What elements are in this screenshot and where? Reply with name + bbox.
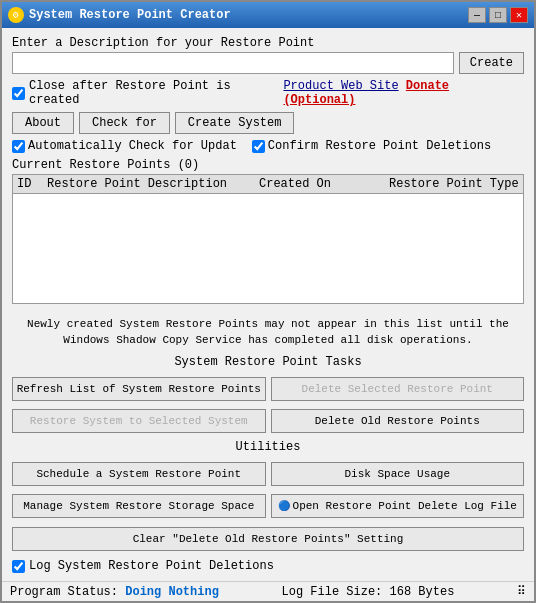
status-value: Doing Nothing xyxy=(125,585,219,599)
create-system-button[interactable]: Create System xyxy=(175,112,295,134)
restore-system-button[interactable]: Restore System to Selected System xyxy=(12,409,266,433)
restore-points-section: Current Restore Points (0) ID Restore Po… xyxy=(12,158,524,312)
title-controls: — □ ✕ xyxy=(468,7,528,23)
restore-points-label: Current Restore Points (0) xyxy=(12,158,524,172)
status-section: Program Status: Doing Nothing xyxy=(10,585,219,599)
log-icon: 🔵 xyxy=(278,500,290,512)
status-label: Program Status: xyxy=(10,585,118,599)
status-bar: Program Status: Doing Nothing Log File S… xyxy=(2,581,534,601)
title-bar: ⚙ System Restore Point Creator — □ ✕ xyxy=(2,2,534,28)
col-header-type: Restore Point Type xyxy=(389,177,519,191)
manage-storage-button[interactable]: Manage System Restore Storage Space xyxy=(12,494,266,518)
open-log-label: Open Restore Point Delete Log File xyxy=(293,500,517,512)
app-icon: ⚙ xyxy=(8,7,24,23)
description-section: Enter a Description for your Restore Poi… xyxy=(12,36,524,74)
disk-space-button[interactable]: Disk Space Usage xyxy=(271,462,525,486)
close-button[interactable]: ✕ xyxy=(510,7,528,23)
refresh-button[interactable]: Refresh List of System Restore Points xyxy=(12,377,266,401)
utilities-label: Utilities xyxy=(12,440,524,454)
open-log-button[interactable]: 🔵 Open Restore Point Delete Log File xyxy=(271,494,525,518)
log-size-value: 168 Bytes xyxy=(390,585,455,599)
tasks-row-2: Restore System to Selected System Delete… xyxy=(12,409,524,433)
tasks-label: System Restore Point Tasks xyxy=(12,355,524,369)
description-input[interactable] xyxy=(12,52,454,74)
utilities-row-2: Manage System Restore Storage Space 🔵 Op… xyxy=(12,494,524,518)
utilities-row-1: Schedule a System Restore Point Disk Spa… xyxy=(12,462,524,486)
note-text: Newly created System Restore Points may … xyxy=(12,317,524,348)
check-for-button[interactable]: Check for xyxy=(79,112,170,134)
links-group: Product Web Site Donate (Optional) xyxy=(283,79,524,107)
close-after-row: Close after Restore Point is created Pro… xyxy=(12,79,524,107)
col-header-desc: Restore Point Description xyxy=(47,177,259,191)
auto-check-item: Automatically Check for Updat xyxy=(12,139,237,153)
delete-old-button[interactable]: Delete Old Restore Points xyxy=(271,409,525,433)
main-window: ⚙ System Restore Point Creator — □ ✕ Ent… xyxy=(0,0,536,603)
schedule-button[interactable]: Schedule a System Restore Point xyxy=(12,462,266,486)
description-label: Enter a Description for your Restore Poi… xyxy=(12,36,524,50)
log-checkbox[interactable] xyxy=(12,560,25,573)
clear-button[interactable]: Clear "Delete Old Restore Points" Settin… xyxy=(12,527,524,551)
log-size-label: Log File Size: xyxy=(282,585,383,599)
auto-check-checkbox[interactable] xyxy=(12,140,25,153)
close-after-label: Close after Restore Point is created xyxy=(29,79,283,107)
maximize-button[interactable]: □ xyxy=(489,7,507,23)
confirm-delete-item: Confirm Restore Point Deletions xyxy=(252,139,491,153)
col-header-created: Created On xyxy=(259,177,389,191)
close-after-checkbox-row: Close after Restore Point is created xyxy=(12,79,283,107)
col-header-id: ID xyxy=(17,177,47,191)
restore-table: ID Restore Point Description Created On … xyxy=(12,174,524,304)
title-bar-left: ⚙ System Restore Point Creator xyxy=(8,7,231,23)
log-checkbox-label: Log System Restore Point Deletions xyxy=(29,559,274,573)
confirm-delete-label: Confirm Restore Point Deletions xyxy=(268,139,491,153)
about-buttons-row: About Check for Create System xyxy=(12,112,524,134)
tasks-row-1: Refresh List of System Restore Points De… xyxy=(12,377,524,401)
resize-grip-icon: ⠿ xyxy=(517,584,526,599)
main-content: Enter a Description for your Restore Poi… xyxy=(2,28,534,581)
log-size-section: Log File Size: 168 Bytes xyxy=(282,585,455,599)
close-after-checkbox[interactable] xyxy=(12,87,25,100)
table-body xyxy=(13,194,523,298)
create-button[interactable]: Create xyxy=(459,52,524,74)
product-link[interactable]: Product Web Site xyxy=(283,79,398,93)
description-row: Create xyxy=(12,52,524,74)
about-button[interactable]: About xyxy=(12,112,74,134)
minimize-button[interactable]: — xyxy=(468,7,486,23)
auto-check-label: Automatically Check for Updat xyxy=(28,139,237,153)
table-header: ID Restore Point Description Created On … xyxy=(13,175,523,194)
confirm-delete-checkbox[interactable] xyxy=(252,140,265,153)
auto-check-row: Automatically Check for Updat Confirm Re… xyxy=(12,139,524,153)
window-title: System Restore Point Creator xyxy=(29,8,231,22)
delete-selected-button[interactable]: Delete Selected Restore Point xyxy=(271,377,525,401)
log-checkbox-row: Log System Restore Point Deletions xyxy=(12,559,524,573)
